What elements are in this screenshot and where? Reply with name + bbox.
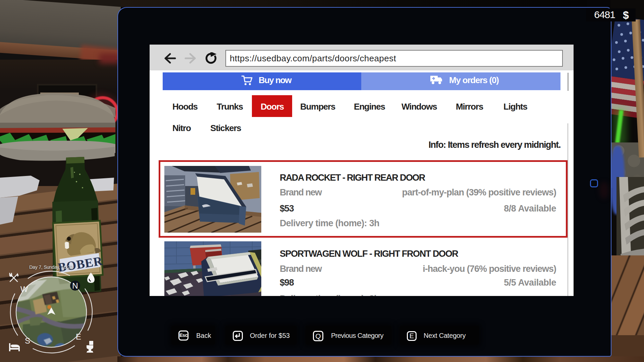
svg-text:W: W	[20, 285, 28, 294]
svg-text:S: S	[25, 336, 30, 345]
svg-text:N: N	[72, 281, 78, 290]
svg-text:E: E	[76, 332, 81, 341]
